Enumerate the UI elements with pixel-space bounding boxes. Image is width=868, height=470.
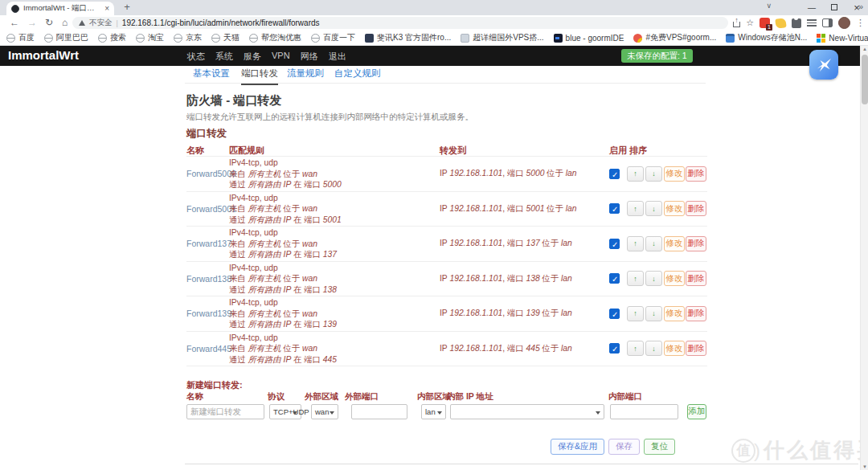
bookmark-item[interactable]: Windows存储池N... — [726, 32, 807, 43]
scroll-down-icon[interactable]: ▼ — [861, 464, 868, 469]
sort-up-button[interactable]: ↑ — [627, 306, 644, 321]
sort-down-button[interactable]: ↓ — [645, 201, 662, 216]
tab-custom-rules[interactable]: 自定义规则 — [334, 67, 381, 84]
add-button[interactable]: 添加 — [687, 404, 706, 419]
delete-button[interactable]: 删除 — [686, 306, 706, 321]
forward-name-link[interactable]: Forward139 — [186, 309, 229, 318]
forward-name-link[interactable]: Forward137 — [186, 239, 229, 248]
new-tab-button[interactable]: + — [121, 1, 133, 14]
bookmark-item[interactable]: 百度 — [6, 32, 35, 43]
home-icon[interactable]: ⌂ — [62, 17, 68, 28]
page-scrollbar[interactable]: ▲ ▼ — [860, 46, 868, 470]
reset-button[interactable]: 复位 — [644, 439, 675, 455]
protocol-select[interactable]: TCP+UDP — [269, 404, 301, 419]
menu-item-logout[interactable]: 退出 — [329, 51, 346, 63]
menu-item-network[interactable]: 网络 — [301, 51, 318, 63]
tab-search-icon[interactable]: ∨ — [766, 2, 772, 10]
extensions-puzzle-icon[interactable] — [792, 18, 801, 28]
bookmark-star-icon[interactable]: ☆ — [746, 18, 754, 28]
unsaved-config-badge[interactable]: 未保存的配置: 1 — [621, 49, 693, 63]
sort-up-button[interactable]: ↑ — [627, 201, 644, 216]
tab-close-icon[interactable]: × — [104, 5, 109, 13]
sort-up-button[interactable]: ↑ — [627, 236, 644, 251]
enable-checkbox[interactable] — [609, 203, 620, 214]
url-text[interactable]: 192.168.1.1/cgi-bin/luci/admin/network/f… — [122, 18, 320, 27]
edit-button[interactable]: 修改 — [664, 271, 685, 286]
bookmark-item[interactable]: New-VirtualDisk — [817, 34, 868, 43]
bookmark-item[interactable]: #免费VPS#goorm... — [633, 32, 716, 43]
forward-name-link[interactable]: Forward138 — [186, 274, 229, 284]
edit-button[interactable]: 修改 — [664, 306, 685, 321]
edit-button[interactable]: 修改 — [664, 166, 685, 182]
delete-button[interactable]: 删除 — [686, 201, 706, 216]
address-bar[interactable]: 不安全 | 192.168.1.1/cgi-bin/luci/admin/net… — [72, 17, 728, 29]
bookmarks-overflow-icon[interactable]: » — [858, 2, 863, 11]
bookmark-item[interactable]: 天猫 — [211, 32, 240, 43]
close-button[interactable]: × — [845, 2, 868, 14]
edit-button[interactable]: 修改 — [664, 236, 685, 251]
edit-button[interactable]: 修改 — [664, 341, 685, 356]
bookmark-item[interactable]: 帮您淘优惠 — [249, 32, 301, 43]
reload-icon[interactable]: ↻ — [45, 17, 53, 28]
sort-down-button[interactable]: ↓ — [645, 166, 662, 182]
reading-list-icon[interactable] — [807, 19, 817, 27]
enable-checkbox[interactable] — [609, 309, 620, 319]
enable-checkbox[interactable] — [609, 273, 620, 284]
profile-avatar[interactable] — [838, 17, 850, 29]
browser-tab[interactable]: ImmortalWrt - 端口转发 - LuCI × — [6, 2, 114, 15]
tab-traffic-rules[interactable]: 流量规则 — [287, 67, 324, 84]
save-apply-button[interactable]: 保存&应用 — [551, 439, 604, 455]
scrollbar-thumb[interactable] — [862, 55, 868, 104]
bookmark-item[interactable]: 超详细国外VPS搭... — [461, 32, 543, 43]
tab-general-settings[interactable]: 基本设置 — [193, 67, 230, 84]
external-zone-select[interactable]: wan — [311, 404, 338, 419]
delete-button[interactable]: 删除 — [686, 341, 706, 356]
sort-down-button[interactable]: ↓ — [645, 341, 662, 356]
yellow-extension-icon[interactable] — [775, 18, 787, 29]
sort-down-button[interactable]: ↓ — [645, 271, 662, 286]
menu-item-vpn[interactable]: VPN — [272, 51, 290, 63]
bookmark-item[interactable]: 搜索 — [98, 32, 126, 43]
sort-down-button[interactable]: ↓ — [645, 236, 662, 251]
adblock-extension-icon[interactable]: 1 — [760, 18, 770, 28]
sort-up-button[interactable]: ↑ — [627, 166, 644, 182]
bookmark-item[interactable]: 斐讯K3 官方固件ro... — [365, 32, 451, 43]
forward-icon[interactable]: → — [27, 17, 37, 28]
delete-button[interactable]: 删除 — [686, 166, 706, 182]
sort-up-button[interactable]: ↑ — [627, 341, 644, 356]
internal-ip-select[interactable] — [450, 404, 604, 419]
external-port-input[interactable] — [351, 404, 407, 419]
maximize-button[interactable] — [823, 3, 845, 12]
thunder-download-floater[interactable] — [809, 50, 838, 80]
edit-button[interactable]: 修改 — [664, 201, 685, 216]
sort-up-button[interactable]: ↑ — [627, 271, 644, 286]
delete-button[interactable]: 删除 — [686, 236, 706, 251]
share-icon[interactable] — [733, 22, 740, 27]
scroll-up-icon[interactable]: ▲ — [861, 47, 868, 51]
bookmark-item[interactable]: 淘宝 — [136, 32, 164, 43]
internal-zone-select[interactable]: lan — [421, 404, 446, 419]
sort-down-button[interactable]: ↓ — [645, 306, 662, 321]
forward-name-link[interactable]: Forward5000 — [186, 169, 229, 178]
minimize-button[interactable]: — — [800, 3, 823, 12]
back-icon[interactable]: ← — [10, 17, 19, 28]
enable-checkbox[interactable] — [609, 169, 620, 179]
bookmark-item[interactable]: 京东 — [174, 32, 202, 43]
internal-port-input[interactable] — [610, 404, 678, 419]
brand-logo[interactable]: ImmortalWrt — [8, 48, 79, 62]
enable-checkbox[interactable] — [609, 239, 620, 249]
delete-button[interactable]: 删除 — [686, 271, 706, 286]
side-panel-icon[interactable] — [822, 18, 833, 27]
name-input[interactable] — [186, 404, 264, 419]
menu-item-system[interactable]: 系统 — [215, 51, 233, 63]
forward-name-link[interactable]: Forward445 — [186, 344, 229, 354]
tab-port-forwards[interactable]: 端口转发 — [241, 67, 278, 85]
security-label[interactable]: 不安全 — [89, 18, 113, 28]
menu-item-status[interactable]: 状态 — [187, 51, 205, 63]
bookmark-item[interactable]: 百度一下 — [311, 32, 355, 43]
bookmark-item[interactable]: 阿里巴巴 — [44, 32, 88, 43]
browser-menu-icon[interactable]: ⋮ — [856, 18, 865, 28]
enable-checkbox[interactable] — [609, 343, 620, 354]
save-button[interactable]: 保存 — [608, 439, 640, 455]
bookmark-item[interactable]: blue - goormIDE — [554, 34, 624, 43]
